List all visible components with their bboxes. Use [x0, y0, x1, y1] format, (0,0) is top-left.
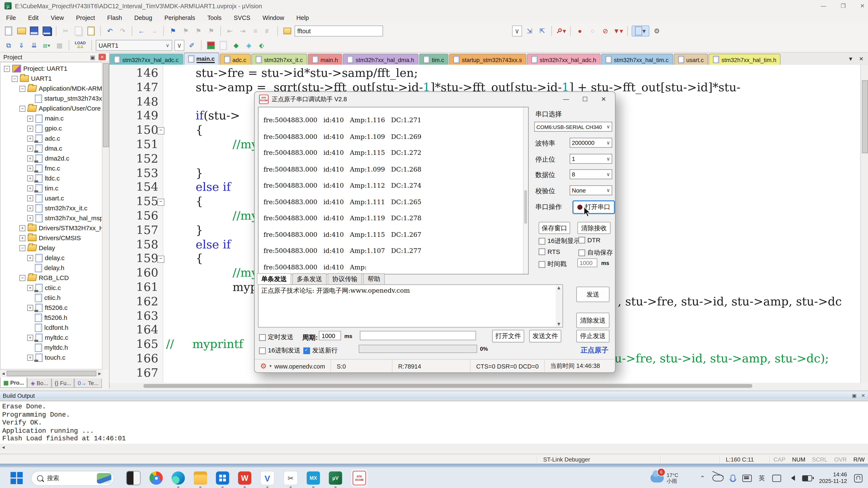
tab-stm32h7xx_hal_tim_h[interactable]: stm32h7xx_hal_tim.h	[709, 54, 781, 65]
editor-vscrollbar[interactable]	[860, 65, 868, 383]
databits-select[interactable]: 8∨	[569, 169, 612, 179]
tree-item[interactable]: delay.h	[35, 263, 103, 273]
tray-expand-icon[interactable]: ⌃	[700, 475, 705, 482]
menu-project[interactable]: Project	[70, 14, 101, 21]
tab-stm32h7xx_hal_adc_h[interactable]: stm32h7xx_hal_adc.h	[527, 54, 601, 65]
tab-startup_s[interactable]: startup_stm32h743xx.s	[449, 54, 526, 65]
cast-screen-icon[interactable]	[772, 475, 781, 482]
tab-protocol[interactable]: 协议传输	[328, 273, 362, 284]
next-bookmark-icon[interactable]: ⚑	[181, 26, 191, 36]
tab-help[interactable]: 帮助	[363, 273, 385, 284]
tab-functions[interactable]: {}Fu...	[51, 379, 74, 388]
brand-link[interactable]: 正点原子	[581, 346, 609, 355]
clear-receive-button[interactable]: 清除接收	[578, 222, 611, 234]
tree-item[interactable]: −UART1	[12, 73, 103, 84]
forward-icon[interactable]: →	[149, 26, 160, 36]
timestamp-input[interactable]: 1000	[578, 258, 597, 267]
menu-svcs[interactable]: SVCS	[227, 14, 256, 21]
comment-icon[interactable]: ≡	[250, 26, 261, 36]
restore-button[interactable]: ❐	[841, 3, 845, 9]
project-close-icon[interactable]: ✕	[98, 54, 106, 60]
taskbar-search[interactable]: 搜索	[31, 470, 114, 486]
new-file-icon[interactable]	[3, 26, 14, 36]
hex-send-checkbox[interactable]: 16进制发送	[259, 346, 301, 355]
send-input[interactable]: 正点原子技术论坛: 开源电子网:www.openedv.com ▲▼	[258, 285, 563, 328]
settings-cell[interactable]: ⚙ ▾ www.openedv.com	[255, 360, 331, 372]
mx-app-icon[interactable]: MX	[307, 471, 320, 485]
tab-list-icon[interactable]: ▼	[848, 56, 854, 62]
keil-uvision-icon[interactable]: µV	[329, 471, 342, 485]
theme-widget-icon[interactable]	[126, 471, 141, 485]
rebuild-icon[interactable]: ⇊	[29, 40, 39, 50]
autosave-checkbox[interactable]: 自动保存	[579, 249, 613, 257]
menu-help[interactable]: Help	[290, 14, 315, 21]
tree-item[interactable]: −Project: UART1	[4, 64, 103, 73]
menu-peripherals[interactable]: Peripherals	[158, 14, 201, 21]
battery-icon[interactable]	[802, 475, 812, 481]
tab-stm32h7xx_it_c[interactable]: stm32h7xx_it.c	[251, 54, 307, 65]
pin-icon[interactable]: ▣	[90, 54, 95, 60]
fold-toggle[interactable]: −	[157, 127, 164, 134]
xcom-close-button[interactable]: ✕	[601, 96, 606, 103]
tree-item[interactable]: +adc.c	[27, 133, 103, 143]
fold-toggle[interactable]: −	[157, 256, 164, 263]
tree-item[interactable]: +delay.c	[27, 253, 103, 263]
open-port-button[interactable]: 打开串口	[572, 200, 615, 214]
disable-breakpoint-icon[interactable]: ○	[587, 26, 598, 36]
minimize-button[interactable]: —	[821, 3, 826, 9]
menu-debug[interactable]: Debug	[128, 14, 158, 21]
period-input[interactable]: 1000	[319, 331, 341, 340]
xcom-maximize-button[interactable]: ☐	[582, 96, 588, 103]
undo-icon[interactable]: ↶	[105, 26, 115, 36]
menu-flash[interactable]: Flash	[101, 14, 128, 21]
xcom-taskbar-icon[interactable]: ATKXCOM	[351, 469, 368, 487]
target-options-icon[interactable]	[205, 40, 216, 50]
file-explorer-icon[interactable]	[194, 471, 207, 485]
build-close-icon[interactable]: ✕	[861, 393, 865, 398]
uncomment-icon[interactable]: ≢	[263, 26, 274, 36]
tab-stm32h7xx_hal_adc_c[interactable]: stm32h7xx_hal_adc.c	[110, 54, 183, 65]
port-select[interactable]: COM6:USB-SERIAL CH340∨	[534, 122, 612, 132]
menu-tools[interactable]: Tools	[201, 14, 228, 21]
dtr-checkbox[interactable]: DTR	[579, 237, 600, 243]
tree-item[interactable]: lcdfont.h	[35, 323, 103, 332]
project-vscrollbar[interactable]	[102, 62, 109, 369]
tree-item[interactable]: +myltdc.c	[27, 332, 103, 343]
tree-item[interactable]: ft5206.h	[35, 313, 103, 323]
send-scrollbar[interactable]: ▲▼	[556, 286, 562, 326]
tree-item[interactable]: −Application/User/Core	[19, 103, 103, 113]
tree-item[interactable]: +fmc.c	[27, 163, 103, 173]
tab-main_c[interactable]: main.c	[184, 53, 219, 65]
xcom-minimize-button[interactable]: —	[563, 96, 569, 102]
tab-stm32h7xx_hal_dma_h[interactable]: stm32h7xx_hal_dma.h	[343, 54, 418, 65]
tab-single-send[interactable]: 单条发送	[257, 273, 291, 284]
tree-item[interactable]: +ft5206.c	[27, 303, 103, 313]
tree-item[interactable]: +gpio.c	[27, 124, 103, 133]
find-icon[interactable]: 🔎︎▾	[556, 26, 566, 36]
save-all-icon[interactable]	[41, 26, 52, 36]
build-hscrollbar[interactable]: ◄	[0, 444, 868, 450]
xcom-title-bar[interactable]: ATKXCOM 正点原子串口调试助手 V2.8 — ☐ ✕	[255, 92, 615, 106]
touch-keyboard-icon[interactable]	[742, 475, 751, 482]
baud-select[interactable]: 2000000∨	[569, 138, 612, 148]
stop-build-icon[interactable]: ▦	[54, 40, 65, 50]
close-button[interactable]: ✕	[860, 3, 865, 9]
find-in-files-icon[interactable]	[282, 26, 292, 36]
tree-item[interactable]: ctiic.h	[35, 293, 103, 303]
options-wand-icon[interactable]: ✐	[186, 40, 197, 50]
fold-toggle[interactable]: −	[157, 199, 164, 206]
flash-download-icon[interactable]: LOAD⇊⇊	[73, 40, 88, 50]
redo-icon[interactable]: ↷	[117, 26, 128, 36]
unindent-icon[interactable]: ⇤	[225, 26, 236, 36]
rx-scrollbar[interactable]	[523, 107, 528, 274]
ime-indicator[interactable]: 英	[758, 474, 765, 482]
build-output-log[interactable]: Erase Done. Programming Done. Verify OK.…	[0, 400, 868, 444]
send-newline-checkbox[interactable]: 发送新行	[304, 346, 338, 355]
tree-item[interactable]: +touch.c	[27, 352, 103, 362]
parity-select[interactable]: None∨	[569, 185, 612, 195]
tab-usart_c[interactable]: usart.c	[674, 54, 708, 65]
prev-bookmark-icon[interactable]: ⚑	[193, 26, 204, 36]
tree-item[interactable]: +usart.c	[27, 193, 103, 203]
breakpoint-icon[interactable]: ●	[575, 26, 585, 36]
tree-item[interactable]: +Drivers/CMSIS	[19, 233, 103, 243]
